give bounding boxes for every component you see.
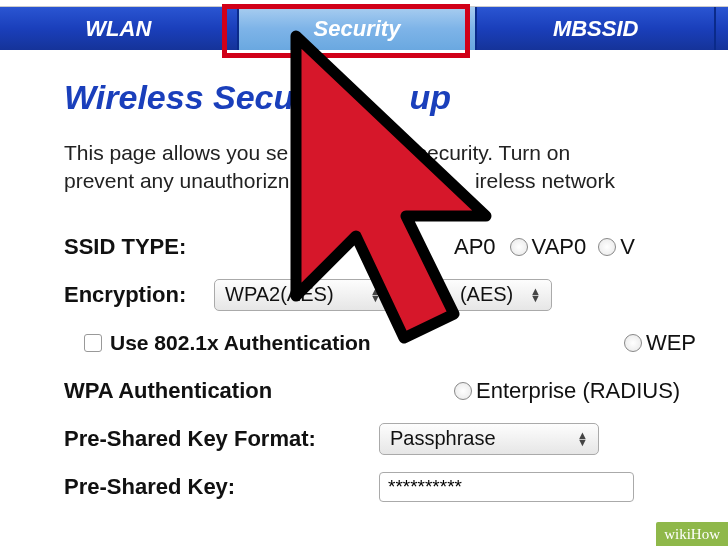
radio-circle-icon [598,238,616,256]
radio-circle-icon [510,238,528,256]
radio-circle-icon [454,382,472,400]
radio-enterprise[interactable]: Enterprise (RADIUS) [454,378,680,404]
desc-line1-left: This page allows you se [64,141,288,164]
encryption-select-1[interactable]: WPA2(AES) ▲▼ [214,279,392,311]
desc-line2-left: prevent any unauthorizn [64,169,289,192]
row-psk: Pre-Shared Key: [64,470,708,504]
radio-vap0-label: VAP0 [532,234,587,260]
tab-bar: WLAN Security MBSSID [0,6,728,50]
radio-wep[interactable]: WEP [624,330,696,356]
watermark: wikiHow [656,522,728,546]
encryption-label: Encryption: [64,282,214,308]
encryption-select-1-value: WPA2(AES) [225,283,334,306]
radio-wep-label: WEP [646,330,696,356]
updown-icon: ▲▼ [370,288,381,302]
psk-input[interactable] [379,472,634,502]
desc-line1-right: security. Turn on [411,141,571,164]
psk-label: Pre-Shared Key: [64,474,379,500]
psk-format-value: Passphrase [390,427,496,450]
ssid-type-label: SSID TYPE: [64,234,454,260]
desc-line2-right: ireless network [475,169,615,192]
row-wpa-auth: WPA Authentication Enterprise (RADIUS) [64,374,708,408]
tab-wlan[interactable]: WLAN [0,7,239,50]
page-description: This page allows you set the wireless se… [64,139,708,196]
ssid-opt-ap0-text: AP0 [454,234,496,260]
checkbox-8021x-label: Use 802.1x Authentication [110,331,371,355]
updown-icon: ▲▼ [577,432,588,446]
radio-vap0[interactable]: VAP0 [510,234,587,260]
updown-icon: ▲▼ [530,288,541,302]
tab-overflow [716,7,728,50]
radio-v-label: V [620,234,635,260]
row-8021x: Use 802.1x Authentication WEP [64,326,708,360]
row-psk-format: Pre-Shared Key Format: Passphrase ▲▼ [64,422,708,456]
psk-format-select[interactable]: Passphrase ▲▼ [379,423,599,455]
tab-security[interactable]: Security [239,7,478,50]
encryption-select-2[interactable]: WPA(AES) ▲▼ [402,279,552,311]
checkbox-8021x[interactable] [84,334,102,352]
page-title-left: Wireless Securi [64,78,317,116]
psk-format-label: Pre-Shared Key Format: [64,426,379,452]
radio-enterprise-label: Enterprise (RADIUS) [476,378,680,404]
encryption-select-2-value: (AES) [460,283,513,306]
row-encryption: Encryption: WPA2(AES) ▲▼ WPA(AES) ▲▼ [64,278,708,312]
radio-v[interactable]: V [598,234,635,260]
tab-mbssid[interactable]: MBSSID [477,7,716,50]
wpa-auth-label: WPA Authentication [64,378,454,404]
row-ssid-type: SSID TYPE: AP0 VAP0 V [64,230,708,264]
content-area: Wireless Security Setup This page allows… [0,50,728,528]
page-title: Wireless Security Setup [64,78,708,117]
page-title-right: up [410,78,452,116]
radio-circle-icon [624,334,642,352]
